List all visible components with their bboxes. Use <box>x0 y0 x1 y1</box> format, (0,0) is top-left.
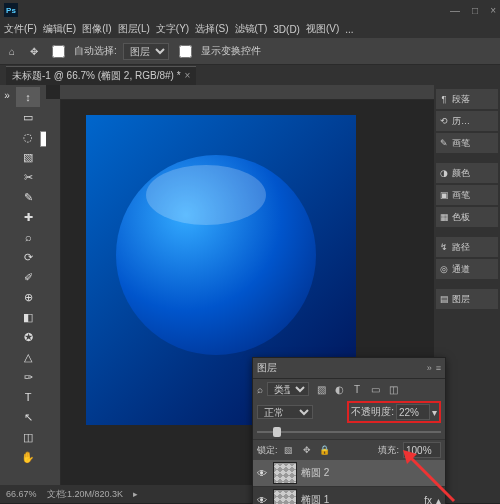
artwork-sphere <box>116 155 316 355</box>
tool-eyedropper[interactable]: ✎ <box>16 187 40 207</box>
document-tab[interactable]: 未标题-1 @ 66.7% (椭圆 2, RGB/8#) * × <box>6 66 196 85</box>
menu-edit[interactable]: 编辑(E) <box>43 22 76 36</box>
toolbar-collapse-strip: » <box>0 85 14 485</box>
auto-select-checkbox[interactable] <box>52 45 65 58</box>
search-icon[interactable]: ⌕ <box>257 384 263 395</box>
fx-badge[interactable]: fx <box>424 495 432 505</box>
layer-name[interactable]: 椭圆 2 <box>301 466 441 480</box>
filter-pixel-icon[interactable]: ▧ <box>313 381 329 397</box>
filter-smart-icon[interactable]: ◫ <box>385 381 401 397</box>
tool-pen[interactable]: ✑ <box>16 367 40 387</box>
menu-image[interactable]: 图像(I) <box>82 22 111 36</box>
maximize-button[interactable]: □ <box>472 5 478 16</box>
minimize-button[interactable]: — <box>450 5 460 16</box>
fx-expand-icon[interactable]: ▴ <box>436 495 441 505</box>
filter-shape-icon[interactable]: ▭ <box>367 381 383 397</box>
auto-select-target[interactable]: 图层 <box>123 43 169 60</box>
doc-size: 文档:1.20M/820.3K <box>47 488 124 501</box>
visibility-icon[interactable]: 👁 <box>257 468 269 479</box>
menu-view[interactable]: 视图(V) <box>306 22 339 36</box>
opacity-slider-thumb[interactable] <box>273 427 281 437</box>
tool-blur[interactable]: ✪ <box>16 327 40 347</box>
menu-layer[interactable]: 图层(L) <box>118 22 150 36</box>
lock-position-icon[interactable]: ✥ <box>300 443 314 457</box>
close-tab-icon[interactable]: × <box>185 70 191 81</box>
collapse-panel-icon[interactable]: » <box>427 363 432 373</box>
blend-mode-select[interactable]: 正常 <box>257 405 313 419</box>
lock-all-icon[interactable]: 🔒 <box>318 443 332 457</box>
tool-quick-select[interactable]: ▧ <box>16 147 40 167</box>
panel-paragraph[interactable]: ¶段落 <box>436 89 498 109</box>
swatch-icon: ▦ <box>438 212 450 222</box>
ruler-horizontal <box>60 85 434 100</box>
layers-panel[interactable]: 图层 » ≡ ⌕ 类型 ▧ ◐ T ▭ ◫ 正常 不透明度: ▾ <box>252 357 446 504</box>
layer-thumbnail[interactable] <box>273 489 297 504</box>
filter-type-icon[interactable]: T <box>349 381 365 397</box>
document-tab-title: 未标题-1 @ 66.7% (椭圆 2, RGB/8#) * <box>12 69 181 83</box>
filter-kind-select[interactable]: 类型 <box>267 382 309 396</box>
tool-lasso[interactable]: ◌ <box>16 127 40 147</box>
tool-crop[interactable]: ✂ <box>16 167 40 187</box>
brush2-icon: ▣ <box>438 190 450 200</box>
ruler-vertical <box>46 99 61 485</box>
move-tool-icon: ✥ <box>26 43 42 59</box>
opacity-highlight: 不透明度: ▾ <box>347 401 441 423</box>
home-icon[interactable]: ⌂ <box>4 43 20 59</box>
tool-history-brush[interactable]: ✐ <box>16 267 40 287</box>
opacity-slider[interactable] <box>257 425 441 439</box>
menu-3d[interactable]: 3D(D) <box>273 24 300 35</box>
panel-menu-icon[interactable]: ≡ <box>436 363 441 373</box>
options-bar: ⌂ ✥ 自动选择: 图层 显示变换控件 <box>0 38 500 65</box>
panel-layers[interactable]: ▤图层 <box>436 289 498 309</box>
menu-bar: 文件(F) 编辑(E) 图像(I) 图层(L) 文字(Y) 选择(S) 滤镜(T… <box>0 20 500 38</box>
filter-adjust-icon[interactable]: ◐ <box>331 381 347 397</box>
menu-filter[interactable]: 滤镜(T) <box>235 22 268 36</box>
panel-swatches[interactable]: ▦色板 <box>436 207 498 227</box>
opacity-label: 不透明度: <box>351 405 394 419</box>
tool-hand[interactable]: ✋ <box>16 447 40 467</box>
fill-input[interactable] <box>403 442 441 458</box>
tool-dodge[interactable]: △ <box>16 347 40 367</box>
paragraph-icon: ¶ <box>438 94 450 104</box>
close-button[interactable]: × <box>490 5 496 16</box>
layer-row[interactable]: 👁 椭圆 2 <box>253 460 445 487</box>
visibility-icon[interactable]: 👁 <box>257 495 269 505</box>
expand-toolbar-icon[interactable]: » <box>1 89 13 101</box>
menu-select[interactable]: 选择(S) <box>195 22 228 36</box>
opacity-dropdown-icon[interactable]: ▾ <box>432 407 437 418</box>
toolbox: ↕ ▭ ◌ ▧ ✂ ✎ ✚ ⌕ ⟳ ✐ ⊕ ◧ ✪ △ ✑ T ↖ ◫ ✋ ⊙ … <box>14 85 46 485</box>
tool-type[interactable]: T <box>16 387 40 407</box>
layer-thumbnail[interactable] <box>273 462 297 484</box>
show-transform-label: 显示变换控件 <box>201 44 261 58</box>
menu-more[interactable]: ... <box>345 24 353 35</box>
menu-type[interactable]: 文字(Y) <box>156 22 189 36</box>
color-icon: ◑ <box>438 168 450 178</box>
fill-label: 填充: <box>378 444 399 457</box>
panel-history[interactable]: ⟲历… <box>436 111 498 131</box>
tool-healing[interactable]: ✚ <box>16 207 40 227</box>
panel-brush[interactable]: ✎画笔 <box>436 133 498 153</box>
menu-file[interactable]: 文件(F) <box>4 22 37 36</box>
layer-row[interactable]: 👁 椭圆 1 fx ▴ <box>253 487 445 504</box>
panel-color[interactable]: ◑颜色 <box>436 163 498 183</box>
history-icon: ⟲ <box>438 116 450 126</box>
tool-move[interactable]: ↕ <box>16 87 40 107</box>
tool-eraser[interactable]: ⊕ <box>16 287 40 307</box>
tool-stamp[interactable]: ⟳ <box>16 247 40 267</box>
lock-label: 锁定: <box>257 444 278 457</box>
zoom-level[interactable]: 66.67% <box>6 489 37 499</box>
panel-brush2[interactable]: ▣画笔 <box>436 185 498 205</box>
layers-icon: ▤ <box>438 294 450 304</box>
tool-brush[interactable]: ⌕ <box>16 227 40 247</box>
panel-channels[interactable]: ◎通道 <box>436 259 498 279</box>
tool-shape[interactable]: ◫ <box>16 427 40 447</box>
lock-pixels-icon[interactable]: ▧ <box>282 443 296 457</box>
status-chevron-icon[interactable]: ▸ <box>133 489 138 499</box>
tool-path-select[interactable]: ↖ <box>16 407 40 427</box>
tool-gradient[interactable]: ◧ <box>16 307 40 327</box>
layer-name[interactable]: 椭圆 1 <box>301 493 420 504</box>
show-transform-checkbox[interactable] <box>179 45 192 58</box>
opacity-input[interactable] <box>396 404 430 420</box>
panel-paths[interactable]: ↯路径 <box>436 237 498 257</box>
tool-marquee[interactable]: ▭ <box>16 107 40 127</box>
